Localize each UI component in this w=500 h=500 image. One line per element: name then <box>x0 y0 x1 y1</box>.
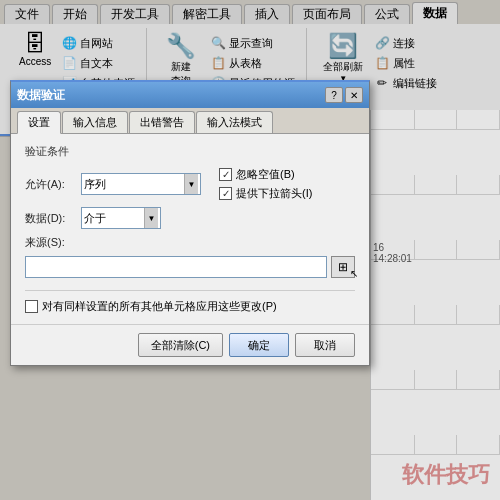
ok-button[interactable]: 确定 <box>229 333 289 357</box>
data-validation-dialog: 数据验证 ? ✕ 设置 输入信息 出错警告 输入法模式 验证条件 允许(A): … <box>10 80 370 366</box>
source-input[interactable] <box>25 256 327 278</box>
dialog-body: 验证条件 允许(A): 序列 ▼ 忽略空值(B) 提供下拉箭头(I) <box>11 134 369 324</box>
dialog-titlebar: 数据验证 ? ✕ <box>11 82 369 108</box>
tab-settings[interactable]: 设置 <box>17 111 61 134</box>
apply-all-row: 对有同样设置的所有其他单元格应用这些更改(P) <box>25 299 355 314</box>
allow-label: 允许(A): <box>25 177 75 192</box>
data-select-value: 介于 <box>84 211 142 226</box>
dialog-buttons: 全部清除(C) 确定 取消 <box>11 324 369 365</box>
clear-all-button[interactable]: 全部清除(C) <box>138 333 223 357</box>
allow-row: 允许(A): 序列 ▼ 忽略空值(B) 提供下拉箭头(I) <box>25 167 355 201</box>
allow-select[interactable]: 序列 ▼ <box>81 173 201 195</box>
data-row: 数据(D): 介于 ▼ <box>25 207 355 229</box>
allow-select-value: 序列 <box>84 177 182 192</box>
dropdown-checkbox[interactable] <box>219 187 232 200</box>
source-btn-icon: ⊞ <box>338 260 348 274</box>
apply-all-label: 对有同样设置的所有其他单元格应用这些更改(P) <box>42 299 277 314</box>
source-label: 来源(S): <box>25 235 75 250</box>
cursor-indicator: ↖ <box>350 268 358 279</box>
right-checkboxes: 忽略空值(B) 提供下拉箭头(I) <box>219 167 312 201</box>
close-button[interactable]: ✕ <box>345 87 363 103</box>
data-select[interactable]: 介于 ▼ <box>81 207 161 229</box>
footer-note: 对有同样设置的所有其他单元格应用这些更改(P) <box>25 290 355 314</box>
ignore-blank-row: 忽略空值(B) <box>219 167 312 182</box>
dialog-title: 数据验证 <box>17 87 65 104</box>
source-select-button[interactable]: ⊞ ↖ <box>331 256 355 278</box>
data-select-arrow[interactable]: ▼ <box>144 208 158 228</box>
source-input-row: ⊞ ↖ <box>25 256 355 278</box>
ignore-blank-label: 忽略空值(B) <box>236 167 295 182</box>
dialog-tabs: 设置 输入信息 出错警告 输入法模式 <box>11 108 369 134</box>
data-label: 数据(D): <box>25 211 75 226</box>
dialog-controls: ? ✕ <box>325 87 363 103</box>
tab-error-alert[interactable]: 出错警告 <box>129 111 195 133</box>
allow-select-arrow[interactable]: ▼ <box>184 174 198 194</box>
section-title: 验证条件 <box>25 144 355 159</box>
dropdown-row: 提供下拉箭头(I) <box>219 186 312 201</box>
dropdown-label: 提供下拉箭头(I) <box>236 186 312 201</box>
help-button[interactable]: ? <box>325 87 343 103</box>
cancel-button[interactable]: 取消 <box>295 333 355 357</box>
apply-all-checkbox[interactable] <box>25 300 38 313</box>
ignore-blank-checkbox[interactable] <box>219 168 232 181</box>
tab-ime-mode[interactable]: 输入法模式 <box>196 111 273 133</box>
tab-input-message[interactable]: 输入信息 <box>62 111 128 133</box>
source-row: 来源(S): <box>25 235 355 250</box>
